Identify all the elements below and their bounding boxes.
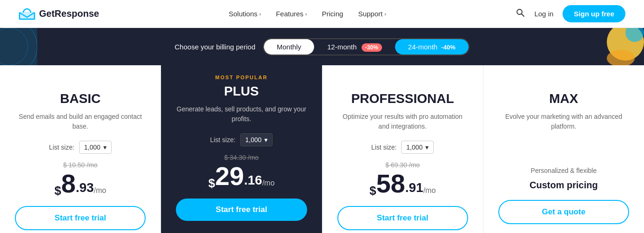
professional-plan-desc: Optimize your results with pro automatio… (337, 112, 468, 131)
plus-list-size-select[interactable]: 1,000 ▾ (240, 133, 273, 146)
banner-illustration (588, 28, 644, 65)
professional-list-size-select[interactable]: 1,000 ▾ (401, 141, 434, 154)
nav-links: Solutions › Features › Pricing Support › (229, 10, 386, 18)
logo-icon (19, 8, 35, 20)
billing-24month[interactable]: 24-month -40% (395, 39, 469, 55)
nav-solutions[interactable]: Solutions › (229, 10, 261, 18)
svg-point-4 (0, 28, 28, 65)
chevron-down-icon: › (305, 11, 307, 17)
basic-price-decimal: .93 (76, 178, 94, 197)
plan-max: MAX Evolve your marketing with an advanc… (483, 65, 644, 233)
plus-price-decimal: .16 (244, 171, 262, 189)
chevron-down-icon: ▾ (103, 144, 107, 151)
professional-cta-button[interactable]: Start free trial (337, 206, 468, 230)
chevron-down-icon: ▾ (264, 136, 268, 144)
basic-list-size-select[interactable]: 1,000 ▾ (79, 141, 112, 154)
plus-plan-name: PLUS (224, 84, 259, 99)
professional-price-row: $ 58 .91 /mo (369, 171, 436, 197)
max-plan-desc: Evolve your marketing with an advanced p… (498, 112, 629, 131)
professional-price-main: 58 (376, 171, 405, 197)
nav-features[interactable]: Features › (276, 10, 307, 18)
professional-price-mo: /mo (423, 185, 436, 197)
search-button[interactable] (516, 8, 525, 20)
svg-point-3 (0, 28, 37, 65)
discount-24month: -40% (441, 44, 455, 51)
most-popular-label: MOST POPULAR (215, 75, 268, 80)
plus-price-row: $ 29 .16 /mo (208, 163, 275, 189)
plan-plus: MOST POPULAR PLUS Generate leads, sell p… (161, 65, 322, 233)
basic-price-row: $ 8 .93 /mo (54, 171, 106, 197)
logo[interactable]: GetResponse (19, 8, 99, 20)
professional-list-size-row: List size: 1,000 ▾ (371, 141, 434, 154)
search-icon (516, 8, 525, 17)
plus-cta-button[interactable]: Start free trial (176, 199, 307, 221)
nav-pricing[interactable]: Pricing (322, 10, 343, 18)
professional-original-price: $ 69.30 /mo (385, 161, 420, 169)
plus-list-size-row: List size: 1,000 ▾ (210, 133, 273, 146)
login-link[interactable]: Log in (534, 10, 553, 18)
professional-price-decimal: .91 (405, 178, 423, 197)
plus-price-main: 29 (215, 163, 244, 189)
plus-plan-desc: Generate leads, sell products, and grow … (176, 104, 307, 124)
basic-plan-desc: Send emails and build an engaged contact… (15, 112, 146, 131)
nav-support[interactable]: Support › (358, 10, 386, 18)
chevron-down-icon: › (259, 11, 261, 17)
professional-price-dollar: $ (369, 185, 376, 197)
basic-price-mo: /mo (94, 185, 107, 197)
basic-list-size-label: List size: (49, 144, 74, 151)
signup-button[interactable]: Sign up free (563, 5, 625, 22)
plus-original-price: $ 34.30 /mo (224, 154, 259, 161)
logo-text: GetResponse (39, 8, 99, 19)
navbar: GetResponse Solutions › Features › Prici… (0, 0, 644, 28)
discount-12month: -30% (362, 43, 382, 52)
banner-illustration-left (0, 28, 37, 65)
professional-list-size-label: List size: (371, 144, 396, 151)
professional-plan-name: PROFESSIONAL (351, 91, 454, 106)
basic-cta-button[interactable]: Start free trial (15, 206, 146, 230)
max-custom-pricing: Custom pricing (530, 180, 598, 190)
billing-12month[interactable]: 12-month -30% (314, 39, 395, 55)
max-plan-name: MAX (549, 91, 578, 106)
max-cta-button[interactable]: Get a quote (498, 200, 629, 224)
chevron-down-icon: ▾ (425, 144, 429, 151)
billing-monthly[interactable]: Monthly (264, 39, 315, 55)
svg-line-2 (522, 14, 524, 17)
basic-price-main: 8 (61, 171, 75, 197)
max-personalized-text: Personalized & flexible (531, 167, 597, 174)
basic-plan-name: BASIC (60, 91, 101, 106)
pricing-section: BASIC Send emails and build an engaged c… (0, 65, 644, 233)
billing-toggle: Monthly 12-month -30% 24-month -40% (263, 38, 470, 55)
plus-price-mo: /mo (262, 177, 275, 189)
billing-banner: Choose your billing period Monthly 12-mo… (0, 28, 644, 65)
plan-professional: PROFESSIONAL Optimize your results with … (322, 65, 483, 233)
chevron-down-icon: › (384, 11, 386, 17)
plus-list-size-label: List size: (210, 136, 235, 144)
nav-actions: Log in Sign up free (516, 5, 625, 22)
billing-choose-label: Choose your billing period (174, 43, 255, 51)
basic-list-size-row: List size: 1,000 ▾ (49, 141, 112, 154)
basic-price-dollar: $ (54, 185, 61, 197)
plus-price-dollar: $ (208, 177, 215, 189)
plan-basic: BASIC Send emails and build an engaged c… (0, 65, 161, 233)
basic-original-price: $ 10.50 /mo (63, 161, 98, 169)
